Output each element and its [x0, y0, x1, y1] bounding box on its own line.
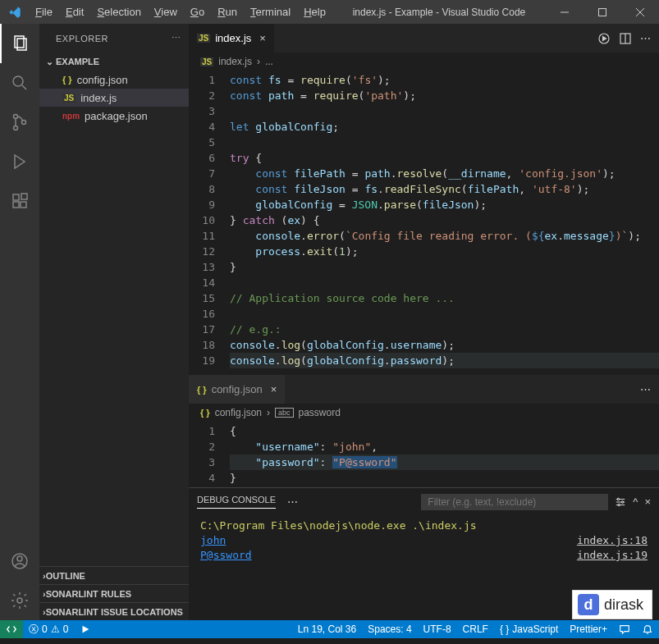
menu-view[interactable]: View	[148, 0, 184, 24]
tab-index-js[interactable]: JS index.js ×	[189, 24, 275, 53]
search-activity-icon[interactable]	[0, 63, 39, 103]
menu-go[interactable]: Go	[184, 0, 211, 24]
panel-maximize-icon[interactable]: ^	[633, 496, 638, 508]
console-line: johnindex.js:18	[200, 533, 648, 548]
run-debug-activity-icon[interactable]	[0, 142, 39, 181]
svg-point-26	[618, 504, 620, 505]
status-encoding[interactable]: UTF-8	[418, 620, 457, 638]
panel-filter-input[interactable]	[421, 494, 608, 510]
svg-point-25	[622, 500, 624, 502]
debug-console-panel: DEBUG CONSOLE ⋯ ^ × C:\Program Files\nod…	[189, 487, 659, 566]
chevron-right-icon: ›	[43, 589, 46, 599]
svg-point-17	[17, 598, 22, 603]
breadcrumb-item: password	[299, 407, 341, 418]
status-indentation[interactable]: Spaces: 4	[362, 620, 417, 638]
run-icon[interactable]	[597, 32, 611, 45]
sidebar-section-sonarlint-issue-locations[interactable]: ›SONARLINT ISSUE LOCATIONS	[39, 602, 189, 620]
file-label: config.json	[77, 74, 128, 86]
status-cursor-position[interactable]: Ln 19, Col 36	[292, 620, 362, 638]
editor-tabs: JS index.js × ⋯	[189, 24, 659, 53]
window-title: index.js - Example - Visual Studio Code	[332, 7, 546, 18]
svg-rect-14	[21, 194, 27, 199]
status-bar: ⓧ 0 ⚠ 0 Ln 19, Col 36 Spaces: 4 UTF-8 CR…	[0, 620, 659, 638]
chevron-right-icon: ›	[257, 56, 260, 67]
split-editor-icon[interactable]	[619, 32, 632, 45]
status-language[interactable]: { } JavaScript	[494, 620, 564, 638]
svg-point-8	[14, 115, 18, 119]
editor-more-icon[interactable]: ⋯	[640, 383, 651, 395]
breadcrumb[interactable]: { } config.json › abc password	[189, 404, 659, 422]
file-label: index.js	[80, 92, 117, 104]
status-debug-icon[interactable]	[74, 620, 97, 638]
maximize-button[interactable]	[583, 0, 621, 24]
status-feedback-icon[interactable]	[613, 620, 636, 638]
svg-point-16	[17, 556, 22, 561]
menu-selection[interactable]: Selection	[90, 0, 147, 24]
svg-rect-13	[21, 202, 26, 208]
close-button[interactable]	[621, 0, 659, 24]
panel-more-icon[interactable]: ⋯	[287, 496, 298, 508]
accounts-activity-icon[interactable]	[0, 541, 39, 581]
string-symbol-icon: abc	[275, 408, 294, 418]
json-file-icon: { }	[200, 408, 210, 418]
tab-config-json[interactable]: { } config.json ×	[189, 375, 286, 404]
js-file-icon: JS	[197, 34, 210, 43]
menu-edit[interactable]: Edit	[59, 0, 90, 24]
code-editor-2[interactable]: 1234 { "username": "john", "password": "…	[189, 422, 659, 487]
chevron-right-icon: ›	[267, 407, 270, 418]
npm-file-icon: npm	[62, 112, 80, 121]
status-remote-icon[interactable]	[0, 620, 23, 638]
sidebar-section-outline[interactable]: ›OUTLINE	[39, 566, 189, 584]
chevron-right-icon: ›	[43, 571, 46, 581]
project-folder-header[interactable]: ⌄ EXAMPLE	[39, 53, 189, 71]
svg-point-9	[14, 126, 18, 130]
explorer-sidebar: EXPLORER ⋯ ⌄ EXAMPLE { }config.jsonJSind…	[39, 24, 189, 620]
json-file-icon: { }	[197, 385, 207, 395]
menu-bar: FileEditSelectionViewGoRunTerminalHelp	[29, 0, 332, 24]
vscode-logo-icon	[0, 6, 29, 19]
status-prettier[interactable]: Prettier+	[564, 620, 613, 638]
source-location-link[interactable]: index.js:18	[577, 533, 648, 548]
minimize-button[interactable]	[546, 0, 583, 24]
console-line: C:\Program Files\nodejs\node.exe .\index…	[200, 518, 648, 533]
dirask-watermark: d dirask	[572, 590, 652, 619]
extensions-activity-icon[interactable]	[0, 181, 39, 221]
file-config-json[interactable]: { }config.json	[39, 71, 189, 89]
svg-line-7	[22, 85, 26, 89]
source-control-activity-icon[interactable]	[0, 103, 39, 142]
settings-activity-icon[interactable]	[0, 581, 39, 620]
file-label: package.json	[85, 110, 148, 122]
panel-close-icon[interactable]: ×	[644, 496, 651, 508]
code-editor-1[interactable]: 12345678910111213141516171819 const fs =…	[189, 71, 659, 374]
file-package-json[interactable]: npmpackage.json	[39, 107, 189, 125]
menu-run[interactable]: Run	[211, 0, 244, 24]
breadcrumb-item: index.js	[218, 56, 252, 67]
dirask-label: dirask	[604, 596, 643, 614]
editor2-tabs: { } config.json × ⋯	[189, 375, 659, 404]
explorer-more-icon[interactable]: ⋯	[172, 33, 181, 43]
sidebar-section-sonarlint-rules[interactable]: ›SONARLINT RULES	[39, 584, 189, 602]
title-bar: FileEditSelectionViewGoRunTerminalHelp i…	[0, 0, 659, 24]
panel-tab-debug-console[interactable]: DEBUG CONSOLE	[197, 495, 276, 509]
breadcrumb[interactable]: JS index.js › ...	[189, 53, 659, 71]
editor-more-icon[interactable]: ⋯	[640, 32, 651, 44]
status-bell-icon[interactable]	[636, 620, 659, 638]
svg-rect-12	[13, 202, 19, 208]
chevron-down-icon: ⌄	[43, 57, 56, 67]
js-file-icon: JS	[62, 94, 76, 103]
status-errors[interactable]: ⓧ 0 ⚠ 0	[23, 620, 74, 638]
tab-close-icon[interactable]: ×	[259, 32, 266, 44]
source-location-link[interactable]: index.js:19	[577, 548, 648, 563]
menu-terminal[interactable]: Terminal	[244, 0, 297, 24]
status-eol[interactable]: CRLF	[457, 620, 494, 638]
menu-file[interactable]: File	[29, 0, 59, 24]
explorer-activity-icon[interactable]	[0, 24, 39, 63]
json-file-icon: { }	[62, 75, 72, 84]
dirask-logo-icon: d	[578, 594, 599, 615]
svg-point-10	[22, 121, 26, 125]
filter-settings-icon[interactable]	[615, 496, 626, 508]
menu-help[interactable]: Help	[297, 0, 332, 24]
tab-close-icon[interactable]: ×	[271, 383, 277, 395]
file-index-js[interactable]: JSindex.js	[39, 89, 189, 107]
tab-label: config.json	[212, 383, 263, 395]
